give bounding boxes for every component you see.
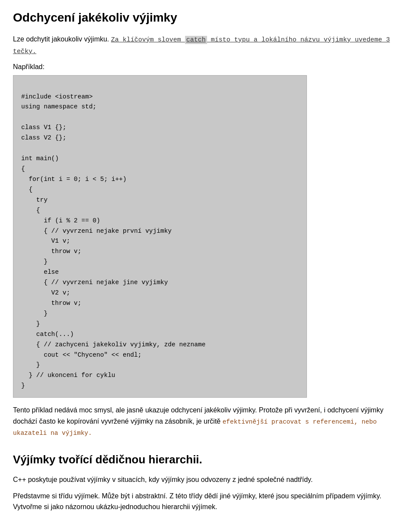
explanation-paragraph: Tento příklad nedává moc smysl, ale jasn… — [13, 405, 402, 438]
code-content: #include <iostream> using namespace std;… — [21, 93, 205, 390]
napriklad-label: Například: — [13, 61, 402, 73]
code-block: #include <iostream> using namespace std;… — [13, 75, 307, 398]
intro-sentence: Lze odchytit jakoukoliv výjimku. — [13, 35, 109, 43]
paragraph3: Představme si třídu výjímek. Může být i … — [13, 491, 402, 513]
page-heading: Odchycení jakékoliv výjimky — [13, 9, 402, 27]
heading2: Výjímky tvořící dědičnou hierarchii. — [13, 451, 402, 468]
intro-paragraph: Lze odchytit jakoukoliv výjimku. Za klíč… — [13, 34, 402, 57]
catch-keyword: catch — [185, 36, 207, 44]
paragraph2: C++ poskytuje používat výjímky v situací… — [13, 474, 402, 485]
